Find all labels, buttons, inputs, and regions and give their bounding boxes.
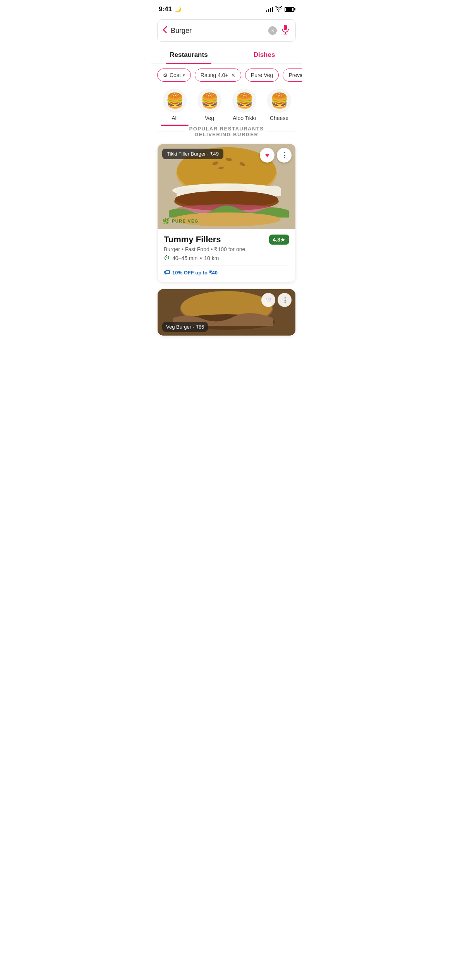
preview-card-actions: ♡ ⋮ [261,293,292,307]
timer-icon: ⏱ [164,255,170,262]
svg-rect-0 [284,25,287,30]
category-aloo-tikki[interactable]: 🍔 Aloo Tikki [227,89,262,126]
restaurant-card-second: Veg Burger · ₹85 ♡ ⋮ [157,289,296,336]
card-info: Tummy Fillers 4.3★ Burger • Fast Food • … [158,229,295,282]
restaurant-card-image: Tikki Filler Burger · ₹49 ♥ ⋮ 🌿 PURE VEG [158,144,295,229]
preview-more-options-button[interactable]: ⋮ [278,293,292,307]
preview-dish-badge: Veg Burger · ₹85 [162,322,208,332]
restaurant-card-preview-image: Veg Burger · ₹85 ♡ ⋮ [158,289,295,336]
rating-filter-remove[interactable]: ✕ [231,72,235,78]
card-dish-badge: Tikki Filler Burger · ₹49 [162,149,223,159]
leaf-icon: 🌿 [162,218,170,224]
restaurant-card-tummy-fillers: Tikki Filler Burger · ₹49 ♥ ⋮ 🌿 PURE VEG… [157,144,296,283]
card-actions: ♥ ⋮ [260,148,292,163]
category-paneer[interactable]: 🍔 Paneer [297,89,302,126]
category-scroll: 🍔 All 🍔 Veg 🍔 Aloo Tikki 🍔 Cheese 🍔 Pane… [151,87,302,126]
status-time: 9:41 🌙 [159,5,181,13]
microphone-button[interactable] [281,24,290,37]
tab-dishes[interactable]: Dishes [226,46,302,63]
previously-filter[interactable]: Previously O [283,69,302,82]
offer-icon: 🏷 [164,269,170,276]
restaurant-name: Tummy Fillers [164,235,221,245]
wifi-icon [275,6,282,13]
back-button[interactable] [163,26,167,35]
section-title: POPULAR RESTAURANTS DELIVERING BURGER [189,126,264,137]
pure-veg-filter[interactable]: Pure Veg [245,69,279,82]
rating-badge: 4.3★ [269,235,289,245]
heart-outline-icon: ♡ [266,296,271,304]
category-veg[interactable]: 🍔 Veg [192,89,227,126]
preview-like-button[interactable]: ♡ [261,293,275,307]
restaurant-tags: Burger • Fast Food • ₹100 for one [164,246,289,252]
filters-bar: ⚙ Cost ▾ Rating 4.0+ ✕ Pure Veg Previous… [151,69,302,87]
offer-banner: 🏷 10% OFF up to ₹40 [164,266,289,276]
restaurant-meta: ⏱ 40–45 min • 10 km [164,255,289,262]
rating-filter[interactable]: Rating 4.0+ ✕ [195,69,241,82]
search-bar: Burger [157,19,296,42]
battery-icon [285,7,294,12]
like-button[interactable]: ♥ [260,148,275,163]
tab-restaurants[interactable]: Restaurants [151,46,226,63]
status-icons [266,6,294,13]
clear-button[interactable] [268,26,277,35]
category-all[interactable]: 🍔 All [157,89,192,126]
heart-filled-icon: ♥ [265,151,269,159]
signal-icon [266,7,273,12]
section-divider: POPULAR RESTAURANTS DELIVERING BURGER [157,126,296,137]
card-header: Tummy Fillers 4.3★ [164,235,289,245]
moon-icon: 🌙 [175,6,181,12]
category-cheese[interactable]: 🍔 Cheese [262,89,297,126]
pure-veg-badge: 🌿 PURE VEG [162,218,199,224]
search-input[interactable]: Burger [171,27,264,35]
cost-filter[interactable]: ⚙ Cost ▾ [157,69,191,82]
more-options-button[interactable]: ⋮ [277,148,292,163]
tabs: Restaurants Dishes [151,46,302,64]
status-bar: 9:41 🌙 [151,0,302,16]
